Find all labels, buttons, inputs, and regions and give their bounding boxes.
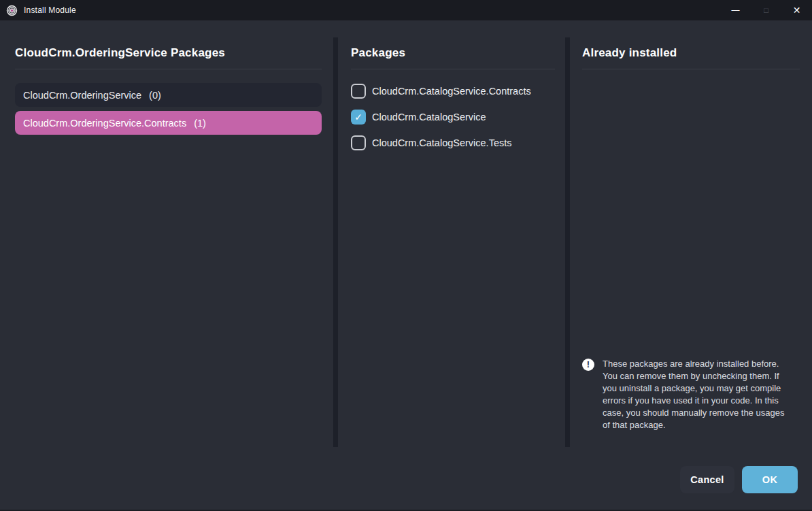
column-divider xyxy=(333,37,338,447)
package-row-catalogservice-contracts: CloudCrm.CatalogService.Contracts xyxy=(351,84,555,99)
package-list: CloudCrm.CatalogService.Contracts ✓ Clou… xyxy=(351,84,555,150)
module-label: CloudCrm.OrderingService.Contracts xyxy=(23,118,186,129)
module-row-orderingservice[interactable]: CloudCrm.OrderingService (0) xyxy=(15,83,322,107)
already-installed-title: Already installed xyxy=(582,46,800,69)
info-icon: ! xyxy=(582,359,594,371)
minimize-icon[interactable]: — xyxy=(720,0,751,20)
packages-panel: Packages CloudCrm.CatalogService.Contrac… xyxy=(338,20,565,449)
module-label: CloudCrm.OrderingService xyxy=(23,90,141,101)
modules-panel: CloudCrm.OrderingService Packages CloudC… xyxy=(0,20,333,449)
module-package-count: (1) xyxy=(194,118,206,129)
main-area: CloudCrm.OrderingService Packages CloudC… xyxy=(0,20,812,449)
maximize-icon[interactable]: □ xyxy=(751,0,781,20)
installed-note-text: These packages are already installed bef… xyxy=(603,358,788,431)
app-logo-icon xyxy=(6,5,18,16)
modules-panel-title: CloudCrm.OrderingService Packages xyxy=(15,46,322,69)
package-label: CloudCrm.CatalogService xyxy=(372,112,486,122)
cancel-button[interactable]: Cancel xyxy=(680,466,734,493)
module-row-orderingservice-contracts[interactable]: CloudCrm.OrderingService.Contracts (1) xyxy=(15,111,322,135)
installed-note: ! These packages are already installed b… xyxy=(582,358,802,431)
package-row-catalogservice-tests: CloudCrm.CatalogService.Tests xyxy=(351,135,555,150)
dialog-footer: Cancel OK xyxy=(0,449,812,511)
checkbox-checked[interactable]: ✓ xyxy=(351,110,366,125)
window-controls: — □ ✕ xyxy=(720,0,812,20)
checkbox-unchecked[interactable] xyxy=(351,135,366,150)
checkbox-unchecked[interactable] xyxy=(351,84,366,99)
package-row-catalogservice: ✓ CloudCrm.CatalogService xyxy=(351,110,555,125)
package-label: CloudCrm.CatalogService.Tests xyxy=(372,137,512,148)
column-divider xyxy=(565,37,570,447)
already-installed-panel: Already installed ! These packages are a… xyxy=(570,20,812,449)
packages-panel-title: Packages xyxy=(351,46,555,69)
package-label: CloudCrm.CatalogService.Contracts xyxy=(372,86,531,97)
ok-button[interactable]: OK xyxy=(742,466,798,493)
window-title: Install Module xyxy=(24,5,76,15)
module-package-count: (0) xyxy=(149,90,161,101)
module-list: CloudCrm.OrderingService (0) CloudCrm.Or… xyxy=(15,83,322,135)
close-icon[interactable]: ✕ xyxy=(781,0,812,20)
titlebar: Install Module — □ ✕ xyxy=(0,0,812,20)
check-icon: ✓ xyxy=(354,112,362,122)
